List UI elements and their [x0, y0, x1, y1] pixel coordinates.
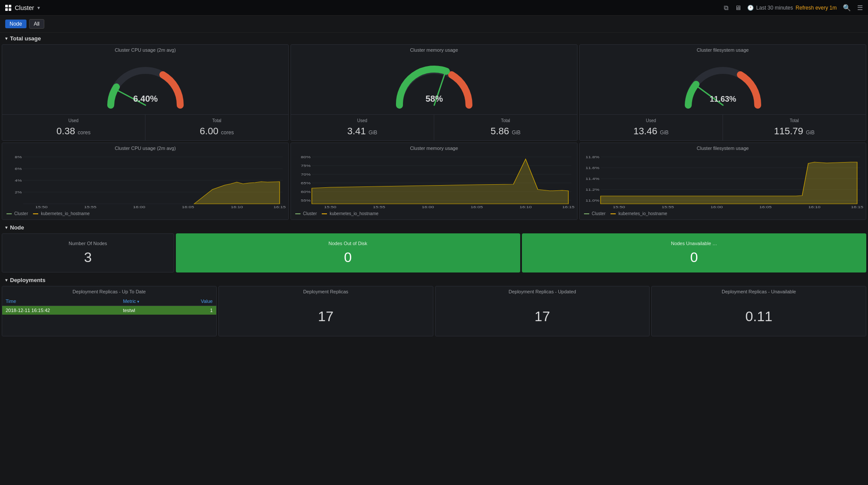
svg-text:16:15: 16:15: [851, 205, 863, 209]
number-of-nodes-panel: Number Of Nodes 3: [2, 233, 174, 272]
deployment-replicas-updated-panel: Deployment Replicas - Updated 17: [435, 286, 650, 336]
svg-text:16:10: 16:10: [808, 205, 821, 209]
deployment-replicas-unavailable-title: Deployment Replicas - Unavailable: [652, 286, 866, 297]
top-bar-left: Cluster ▾: [5, 4, 40, 11]
filesystem-gauge-panel: Cluster filesystem usage 11.63% Used 13.…: [579, 44, 866, 141]
col-value[interactable]: Value: [173, 297, 216, 306]
table-row: 2018-12-11 16:15:42 testwl 1: [2, 306, 216, 315]
cluster-title[interactable]: Cluster: [15, 4, 34, 11]
svg-text:11.6%: 11.6%: [586, 166, 600, 170]
nodes-out-of-disk-panel: Nodes Out of Disk 0: [176, 233, 520, 272]
row-metric: testwl: [119, 306, 173, 315]
svg-text:2%: 2%: [15, 190, 22, 194]
cpu-total-label: Total: [151, 118, 284, 123]
memory-gauge-title: Cluster memory usage: [291, 45, 577, 53]
cpu-total-value: 6.00 cores: [151, 126, 284, 137]
filesystem-gauge-title: Cluster filesystem usage: [580, 45, 866, 53]
svg-text:16:00: 16:00: [710, 205, 723, 209]
user-icon[interactable]: ☰: [857, 4, 863, 12]
svg-text:80%: 80%: [301, 155, 311, 159]
row-value: 1: [173, 306, 216, 315]
memory-used-cell: Used 3.41 GiB: [291, 115, 434, 140]
svg-marker-40: [312, 159, 568, 204]
deployments-section-header[interactable]: ▾ Deployments: [0, 274, 868, 286]
number-of-nodes-title: Number Of Nodes: [69, 241, 107, 246]
copy-icon[interactable]: ⧉: [724, 4, 729, 12]
svg-text:8%: 8%: [15, 155, 22, 159]
cpu-stat-row: Used 0.38 cores Total 6.00 cores: [2, 114, 288, 140]
all-filter-btn[interactable]: All: [29, 19, 44, 29]
svg-text:65%: 65%: [301, 181, 311, 185]
time-range-label[interactable]: Last 30 minutes: [756, 5, 793, 11]
deployments-chevron: ▾: [5, 278, 7, 282]
col-metric[interactable]: Metric ▾: [119, 297, 173, 306]
row-time: 2018-12-11 16:15:42: [2, 306, 119, 315]
cpu-legend-hostname: kubernetes_io_hostname: [33, 211, 89, 216]
deployment-replicas-title: Deployment Replicas: [219, 286, 433, 297]
search-icon[interactable]: 🔍: [843, 4, 851, 12]
memory-legend-cluster: Cluster: [295, 211, 317, 216]
cpu-chart-area: 8% 6% 4% 2% 15:50 15:55 16:00 16:05 16:1…: [5, 153, 286, 210]
total-usage-chevron: ▾: [5, 36, 7, 41]
filesystem-chart-area: 11.8% 11.6% 11.4% 11.2% 11.0% 15:50 15:5…: [582, 153, 863, 210]
deployment-replicas-updated-value: 17: [535, 309, 550, 325]
memory-total-value: 5.86 GiB: [439, 126, 572, 137]
svg-text:16:00: 16:00: [133, 205, 145, 209]
cpu-chart-svg: 8% 6% 4% 2% 15:50 15:55 16:00 16:05 16:1…: [5, 153, 286, 209]
gauge-row: Cluster CPU usage (2m avg) 6.40% Used 0.…: [0, 44, 868, 143]
memory-gauge-svg: 58%: [391, 60, 478, 112]
deployment-replicas-uptodate-title: Deployment Replicas - Up To Date: [2, 286, 216, 297]
refresh-label[interactable]: Refresh every 1m: [795, 5, 837, 11]
cpu-total-cell: Total 6.00 cores: [145, 115, 289, 140]
deployments-section-label: Deployments: [10, 277, 46, 283]
memory-gauge-panel: Cluster memory usage 58% Used 3.41 GiB T…: [290, 44, 578, 141]
memory-legend-hostname: kubernetes_io_hostname: [322, 211, 378, 216]
sort-icon[interactable]: ▾: [137, 299, 139, 304]
memory-chart-title: Cluster memory usage: [294, 146, 574, 151]
svg-text:6.40%: 6.40%: [133, 94, 158, 103]
nodes-out-of-disk-title: Nodes Out of Disk: [329, 241, 367, 246]
cpu-gauge-title: Cluster CPU usage (2m avg): [2, 45, 288, 53]
nodes-out-of-disk-value: 0: [344, 249, 352, 266]
svg-text:15:55: 15:55: [84, 205, 97, 209]
svg-text:4%: 4%: [15, 179, 22, 183]
svg-text:58%: 58%: [425, 94, 442, 103]
cluster-chevron[interactable]: ▾: [37, 5, 40, 11]
deployment-replicas-unavailable-value: 0.11: [745, 309, 772, 325]
node-filter-btn[interactable]: Node: [5, 20, 26, 28]
cpu-gauge-container: 6.40%: [2, 53, 288, 114]
svg-text:15:50: 15:50: [613, 205, 625, 209]
deployment-replicas-value-panel: 17: [219, 297, 433, 336]
cpu-gauge-svg: 6.40%: [102, 60, 189, 112]
svg-text:75%: 75%: [301, 164, 311, 168]
memory-gauge-container: 58%: [291, 53, 577, 114]
filesystem-chart-title: Cluster filesystem usage: [582, 146, 863, 151]
col-time[interactable]: Time: [2, 297, 119, 306]
memory-used-value: 3.41 GiB: [296, 126, 429, 137]
filesystem-chart-panel: Cluster filesystem usage 11.8% 11.6% 11.…: [579, 143, 866, 220]
memory-chart-legend: Cluster kubernetes_io_hostname: [294, 210, 574, 217]
total-usage-section-header[interactable]: ▾ Total usage: [0, 33, 868, 44]
monitor-icon[interactable]: 🖥: [735, 4, 741, 11]
chart-row: Cluster CPU usage (2m avg) 8% 6% 4% 2% 1…: [0, 143, 868, 222]
svg-text:16:05: 16:05: [759, 205, 772, 209]
top-bar: Cluster ▾ ⧉ 🖥 🕐 Last 30 minutes Refresh …: [0, 0, 868, 16]
svg-text:15:55: 15:55: [662, 205, 674, 209]
svg-text:16:15: 16:15: [562, 205, 574, 209]
app-icon: [5, 5, 11, 11]
nodes-unavailable-value: 0: [690, 249, 698, 266]
node-section-header[interactable]: ▾ Node: [0, 222, 868, 233]
deployment-replicas-uptodate-table: Time Metric ▾ Value 2018-12-11 16:15:42 …: [2, 297, 216, 315]
svg-text:11.0%: 11.0%: [586, 199, 600, 203]
svg-text:6%: 6%: [15, 167, 22, 171]
cpu-legend-cluster: Cluster: [7, 211, 28, 216]
svg-text:11.8%: 11.8%: [586, 155, 600, 159]
cpu-used-value: 0.38 cores: [7, 126, 140, 137]
total-usage-label: Total usage: [10, 35, 41, 42]
deployment-replicas-updated-title: Deployment Replicas - Updated: [436, 286, 650, 297]
memory-chart-panel: Cluster memory usage 80% 75% 70% 65% 60%…: [290, 143, 578, 220]
svg-text:16:05: 16:05: [471, 205, 483, 209]
filesystem-total-value: 115.79 GiB: [728, 126, 861, 137]
svg-text:55%: 55%: [301, 199, 311, 203]
node-grid: Number Of Nodes 3 Nodes Out of Disk 0 No…: [0, 233, 868, 274]
